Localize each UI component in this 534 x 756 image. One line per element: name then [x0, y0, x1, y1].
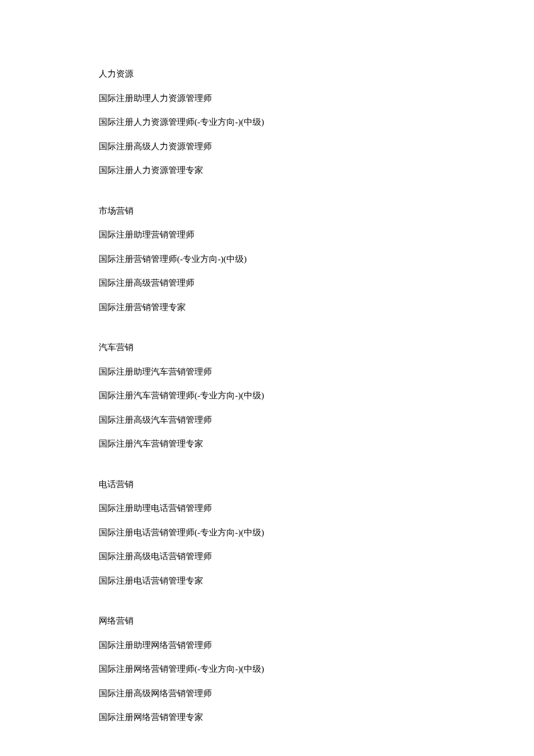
section-marketing: 市场营销 国际注册助理营销管理师 国际注册营销管理师(-专业方向-)(中级) 国… — [99, 206, 435, 314]
list-item: 国际注册高级网络营销管理师 — [99, 688, 435, 700]
section-online-marketing: 网络营销 国际注册助理网络营销管理师 国际注册网络营销管理师(-专业方向-)(中… — [99, 615, 435, 723]
list-item: 国际注册汽车营销管理专家 — [99, 438, 435, 450]
list-item: 国际注册网络营销管理师(-专业方向-)(中级) — [99, 664, 435, 675]
list-item: 国际注册助理人力资源管理师 — [99, 93, 435, 105]
list-item: 国际注册高级电话营销管理师 — [99, 551, 435, 563]
list-item: 国际注册电话营销管理师(-专业方向-)(中级) — [99, 527, 435, 539]
list-item: 国际注册助理网络营销管理师 — [99, 640, 435, 651]
list-item: 国际注册电话营销管理专家 — [99, 575, 435, 587]
section-heading: 电话营销 — [99, 479, 435, 491]
list-item: 国际注册营销管理专家 — [99, 302, 435, 314]
section-heading: 人力资源 — [99, 69, 435, 80]
list-item: 国际注册人力资源管理专家 — [99, 165, 435, 177]
list-item: 国际注册高级汽车营销管理师 — [99, 415, 435, 426]
section-heading: 汽车营销 — [99, 342, 435, 354]
page-content: 人力资源 国际注册助理人力资源管理师 国际注册人力资源管理师(-专业方向-)(中… — [0, 0, 435, 723]
section-heading: 网络营销 — [99, 615, 435, 627]
section-hr: 人力资源 国际注册助理人力资源管理师 国际注册人力资源管理师(-专业方向-)(中… — [99, 69, 435, 177]
list-item: 国际注册汽车营销管理师(-专业方向-)(中级) — [99, 390, 435, 402]
section-auto-marketing: 汽车营销 国际注册助理汽车营销管理师 国际注册汽车营销管理师(-专业方向-)(中… — [99, 342, 435, 450]
list-item: 国际注册营销管理师(-专业方向-)(中级) — [99, 254, 435, 265]
section-heading: 市场营销 — [99, 206, 435, 217]
list-item: 国际注册高级营销管理师 — [99, 278, 435, 289]
list-item: 国际注册网络营销管理专家 — [99, 712, 435, 723]
list-item: 国际注册高级人力资源管理师 — [99, 141, 435, 153]
list-item: 国际注册助理营销管理师 — [99, 229, 435, 241]
section-telemarketing: 电话营销 国际注册助理电话营销管理师 国际注册电话营销管理师(-专业方向-)(中… — [99, 479, 435, 587]
list-item: 国际注册助理汽车营销管理师 — [99, 366, 435, 378]
list-item: 国际注册助理电话营销管理师 — [99, 503, 435, 514]
list-item: 国际注册人力资源管理师(-专业方向-)(中级) — [99, 117, 435, 128]
